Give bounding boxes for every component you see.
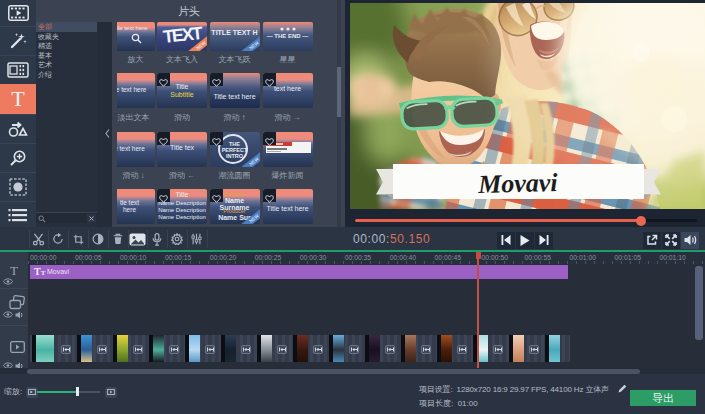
svg-text:Movavi: Movavi <box>477 168 559 199</box>
